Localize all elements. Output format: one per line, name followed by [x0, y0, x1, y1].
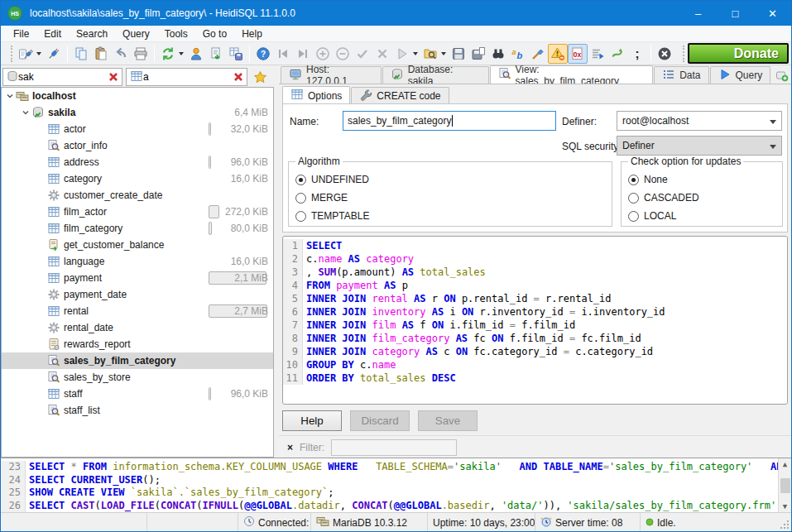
add-record-icon[interactable]: [313, 44, 333, 64]
tree-item-payment_date[interactable]: payment_date: [2, 286, 273, 303]
find-icon[interactable]: [488, 44, 508, 64]
apply-icon[interactable]: [353, 44, 372, 64]
replace-icon[interactable]: ab: [508, 44, 528, 64]
radio-icon[interactable]: [628, 175, 639, 185]
chevron-down-icon[interactable]: [5, 92, 15, 100]
dropdown-arrow-icon[interactable]: [36, 52, 41, 55]
tree-item-address[interactable]: address96,0 KiB: [2, 154, 273, 170]
check-option-cascaded[interactable]: CASCADED: [628, 189, 775, 207]
save-grid-icon[interactable]: [226, 44, 246, 64]
tree-item-staff_list[interactable]: staff_list: [2, 402, 273, 419]
minimize-button[interactable]: –: [679, 1, 717, 26]
warning-toggle-icon[interactable]: [548, 44, 568, 64]
view-name-input[interactable]: sales_by_film_category: [343, 111, 556, 131]
last-record-icon[interactable]: [293, 44, 313, 64]
tab-data[interactable]: Data: [654, 66, 708, 84]
discard-button[interactable]: Discard: [350, 410, 410, 431]
remove-record-icon[interactable]: [333, 44, 353, 64]
tree-item-rental_date[interactable]: rental_date: [2, 319, 273, 336]
tab-view-sales-by-film-category[interactable]: View: sales_by_film_category: [490, 65, 654, 84]
save-button[interactable]: Save: [418, 410, 478, 431]
menu-query[interactable]: Query: [115, 26, 157, 41]
cancel-icon[interactable]: [372, 44, 392, 64]
tree-item-sales_by_store[interactable]: sales_by_store: [2, 369, 273, 386]
tree-item-localhost[interactable]: localhost: [2, 88, 273, 104]
format-icon[interactable]: [528, 44, 548, 64]
scroll-down-icon[interactable]: ▼: [780, 501, 791, 512]
tab-query[interactable]: Query: [710, 66, 771, 84]
toolbar-grip[interactable]: [11, 46, 12, 62]
tree-item-sales_by_film_category[interactable]: sales_by_film_category: [2, 352, 273, 369]
tree-item-payment[interactable]: payment2,1 MiB: [2, 270, 273, 286]
resize-grip[interactable]: [780, 520, 790, 530]
radio-icon[interactable]: [295, 175, 306, 185]
tree-item-rental[interactable]: rental2,7 MiB: [2, 303, 273, 319]
paste-icon[interactable]: [91, 44, 111, 64]
clear-filter-icon[interactable]: [108, 71, 120, 84]
tree-item-actor[interactable]: actor32,0 KiB: [2, 121, 273, 137]
menu-edit[interactable]: Edit: [36, 26, 69, 41]
filter-input[interactable]: [331, 439, 457, 456]
help-icon[interactable]: ?: [253, 44, 273, 64]
close-button[interactable]: ✕: [754, 1, 791, 26]
radio-icon[interactable]: [628, 193, 639, 204]
menu-go-to[interactable]: Go to: [195, 26, 234, 41]
dropdown-arrow-icon[interactable]: [441, 52, 446, 55]
menu-help[interactable]: Help: [234, 26, 270, 41]
semicolon-icon[interactable]: ;: [627, 44, 647, 64]
new-query-tab-icon[interactable]: [771, 66, 792, 84]
tab-host-127-0-0-1[interactable]: Host: 127.0.0.1: [281, 66, 382, 84]
scroll-up-icon[interactable]: ▲: [780, 458, 791, 470]
dropdown-arrow-icon[interactable]: [413, 52, 418, 55]
open-file-icon[interactable]: [420, 44, 440, 64]
undo-icon[interactable]: [111, 44, 131, 64]
tree-item-get_customer_balance[interactable]: get_customer_balance: [2, 237, 273, 253]
radio-icon[interactable]: [295, 193, 306, 204]
column-filter-input[interactable]: [143, 71, 230, 83]
toolbar-grip[interactable]: [683, 46, 684, 62]
close-filter-icon[interactable]: ×: [287, 442, 293, 453]
tree-item-film_actor[interactable]: film_actor272,0 KiB: [2, 204, 273, 220]
radio-icon[interactable]: [628, 211, 639, 222]
radio-icon[interactable]: [295, 211, 306, 222]
clear-filter-icon[interactable]: [233, 71, 245, 84]
algorithm-option-undefined[interactable]: UNDEFINED: [295, 170, 605, 189]
menu-search[interactable]: Search: [69, 26, 115, 41]
menu-file[interactable]: File: [6, 26, 36, 41]
tree-item-actor_info[interactable]: actor_info: [2, 137, 273, 154]
definer-select[interactable]: root@localhost: [617, 111, 782, 131]
tree-item-film_category[interactable]: film_category80,0 KiB: [2, 220, 273, 237]
view-select-code-editor[interactable]: 1SELECT2c.name AS category3, SUM(p.amoun…: [282, 236, 788, 405]
save-icon[interactable]: [449, 44, 468, 64]
algorithm-option-temptable[interactable]: TEMPTABLE: [295, 207, 605, 225]
scroll-thumb[interactable]: [780, 478, 790, 493]
user-manager-icon[interactable]: [186, 44, 206, 64]
tree-item-staff[interactable]: staff96,0 KiB: [2, 386, 273, 402]
dropdown-arrow-icon[interactable]: [179, 52, 184, 55]
stop-icon[interactable]: [655, 44, 674, 64]
bind-params-icon[interactable]: [607, 44, 627, 64]
export-icon[interactable]: [206, 44, 226, 64]
copy-icon[interactable]: [71, 44, 91, 64]
first-record-icon[interactable]: [273, 44, 293, 64]
tab-database-sakila[interactable]: Database: sakila: [382, 66, 489, 84]
reformat-icon[interactable]: [588, 44, 607, 64]
sql-security-select[interactable]: Definer: [617, 136, 782, 156]
disconnect-icon[interactable]: [44, 44, 64, 64]
menu-tools[interactable]: Tools: [157, 26, 195, 41]
table-filter-input[interactable]: [18, 71, 105, 83]
tree-item-sakila[interactable]: sakila6,4 MiB: [2, 104, 273, 121]
check-option-none[interactable]: None: [628, 170, 775, 189]
tree-item-customer_create_date[interactable]: customer_create_date: [2, 187, 273, 204]
tab-options[interactable]: Options: [282, 86, 350, 104]
help-button[interactable]: Help: [282, 410, 342, 431]
chevron-down-icon[interactable]: [21, 108, 31, 117]
print-icon[interactable]: [131, 44, 151, 64]
run-icon[interactable]: [392, 44, 412, 64]
favorites-star-icon[interactable]: [251, 68, 269, 86]
hex-toggle-icon[interactable]: 0x: [568, 44, 588, 64]
tab-create-code[interactable]: CREATE code: [351, 87, 449, 104]
tree-item-rewards_report[interactable]: rewards_report: [2, 336, 273, 352]
algorithm-option-merge[interactable]: MERGE: [295, 189, 605, 207]
tree-item-language[interactable]: language16,0 KiB: [2, 253, 273, 270]
